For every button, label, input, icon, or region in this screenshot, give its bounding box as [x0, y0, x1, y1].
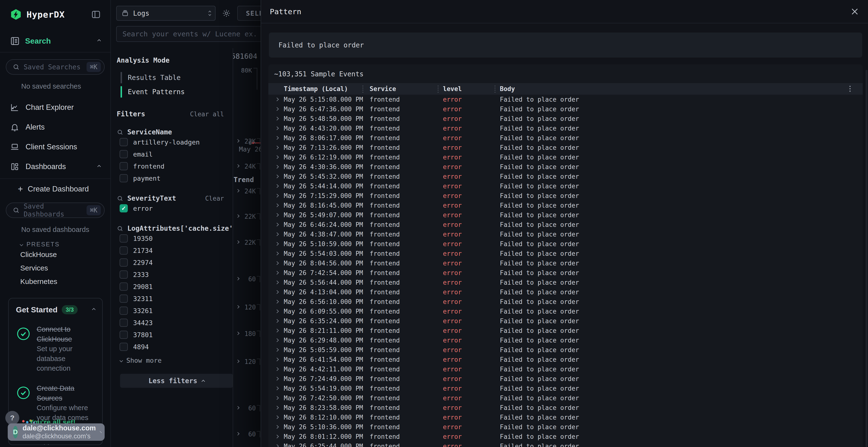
row-expand-chevron-icon[interactable] [268, 251, 284, 256]
table-row[interactable]: May 26 7:42:50.000 PMfrontenderrorFailed… [268, 393, 863, 403]
filter-option[interactable]: frontend [117, 160, 233, 172]
table-row[interactable]: May 26 4:30:36.000 PMfrontenderrorFailed… [268, 162, 863, 172]
table-row[interactable]: May 26 8:23:58.000 PMfrontenderrorFailed… [268, 403, 863, 413]
row-expand-chevron-icon[interactable] [268, 444, 284, 447]
checkbox[interactable] [120, 343, 128, 351]
close-icon[interactable] [850, 7, 859, 16]
source-settings-gear-icon[interactable] [222, 9, 231, 18]
sidebar-item-preset-kubernetes[interactable]: Kubernetes [0, 275, 111, 288]
row-expand-chevron-icon[interactable] [268, 300, 284, 304]
filter-option[interactable]: email [117, 148, 233, 160]
filter-option[interactable]: 37801 [117, 329, 233, 341]
clear-all-button[interactable]: Clear all [190, 110, 224, 118]
row-expand-chevron-icon[interactable] [268, 357, 284, 362]
table-row[interactable]: May 26 6:41:54.000 PMfrontenderrorFailed… [268, 355, 863, 365]
mode-event-patterns[interactable]: Event Patterns [117, 85, 233, 99]
mode-results-table[interactable]: Results Table [117, 71, 233, 85]
checkbox[interactable] [120, 174, 128, 182]
row-expand-chevron-icon[interactable] [268, 184, 284, 188]
row-expand-chevron-icon[interactable] [268, 290, 284, 294]
row-expand-chevron-icon[interactable] [268, 116, 284, 121]
col-header-level[interactable]: level [443, 85, 500, 93]
sidebar-item-dashboards[interactable]: Dashboards [0, 157, 111, 176]
column-resize-handle[interactable] [438, 85, 439, 93]
sidebar-item-client-sessions[interactable]: Client Sessions [0, 137, 111, 157]
sidebar-section-search[interactable]: Search [0, 36, 111, 46]
filter-option[interactable]: ✓error [117, 202, 233, 214]
trend-row[interactable]: 60 [233, 429, 261, 439]
checkbox-checked[interactable]: ✓ [120, 204, 128, 212]
saved-dashboards-input[interactable]: Saved Dashboards ⌘K [6, 203, 105, 218]
checkbox[interactable] [120, 138, 128, 146]
row-expand-chevron-icon[interactable] [268, 280, 284, 285]
row-expand-chevron-icon[interactable] [268, 203, 284, 208]
filter-option[interactable]: 34423 [117, 317, 233, 329]
checkbox[interactable] [120, 259, 128, 267]
row-expand-chevron-icon[interactable] [268, 155, 284, 160]
row-expand-chevron-icon[interactable] [268, 97, 284, 102]
chevron-up-icon[interactable] [97, 39, 101, 43]
trend-row[interactable]: 22K [233, 137, 261, 146]
sidebar-collapse-icon[interactable] [91, 10, 101, 19]
trend-row[interactable]: 120 [233, 303, 261, 312]
table-row[interactable]: May 26 8:06:17.000 PMfrontenderrorFailed… [268, 133, 863, 143]
trend-row[interactable]: 22K [233, 238, 261, 248]
trend-row[interactable]: 60 [233, 404, 261, 413]
table-row[interactable]: May 26 6:12:19.000 PMfrontenderrorFailed… [268, 152, 863, 162]
checkbox[interactable] [120, 150, 128, 158]
trend-row[interactable]: 24K [233, 187, 261, 196]
row-expand-chevron-icon[interactable] [268, 386, 284, 391]
col-header-body[interactable]: Body [500, 85, 863, 93]
row-expand-chevron-icon[interactable] [268, 425, 284, 429]
table-row[interactable]: May 26 6:46:24.000 PMfrontenderrorFailed… [268, 220, 863, 230]
trend-row[interactable]: 22K [233, 212, 261, 221]
filter-option[interactable]: 32311 [117, 293, 233, 305]
table-row[interactable]: May 26 6:35:24.000 PMfrontenderrorFailed… [268, 316, 863, 326]
table-row[interactable]: May 26 5:15:08.000 PMfrontenderrorFailed… [268, 95, 863, 104]
checkbox[interactable] [120, 295, 128, 303]
row-expand-chevron-icon[interactable] [268, 435, 284, 439]
table-row[interactable]: May 26 6:29:48.000 PMfrontenderrorFailed… [268, 336, 863, 345]
checkbox[interactable] [120, 319, 128, 327]
filter-option[interactable]: 4894 [117, 341, 233, 353]
checkbox[interactable] [120, 307, 128, 315]
checkbox[interactable] [120, 234, 128, 243]
table-row[interactable]: May 26 7:13:26.000 PMfrontenderrorFailed… [268, 143, 863, 152]
table-row[interactable]: May 26 8:01:12.000 PMfrontenderrorFailed… [268, 432, 863, 442]
table-row[interactable]: May 26 8:04:56.000 PMfrontenderrorFailed… [268, 259, 863, 268]
trend-row[interactable]: 60 [233, 275, 261, 284]
table-row[interactable]: May 26 4:43:20.000 PMfrontenderrorFailed… [268, 124, 863, 133]
row-expand-chevron-icon[interactable] [268, 194, 284, 198]
user-menu[interactable]: D dale@clickhouse.com dale@clickhouse.co… [8, 423, 105, 441]
row-expand-chevron-icon[interactable] [268, 213, 284, 217]
table-row[interactable]: May 26 5:45:32.000 PMfrontenderrorFailed… [268, 172, 863, 181]
chevron-up-icon[interactable] [92, 308, 95, 311]
select-columns-button[interactable]: SELECT [237, 6, 261, 21]
table-row[interactable]: May 26 8:12:10.000 PMfrontenderrorFailed… [268, 413, 863, 422]
table-row[interactable]: May 26 4:13:04.000 PMfrontenderrorFailed… [268, 287, 863, 297]
help-button[interactable]: ? [5, 411, 19, 425]
row-expand-chevron-icon[interactable] [268, 271, 284, 275]
sidebar-item-preset-services[interactable]: Services [0, 261, 111, 275]
filter-option[interactable]: 22974 [117, 256, 233, 269]
row-expand-chevron-icon[interactable] [268, 232, 284, 237]
row-expand-chevron-icon[interactable] [268, 126, 284, 131]
row-expand-chevron-icon[interactable] [268, 338, 284, 342]
saved-searches-input[interactable]: Saved Searches ⌘K [6, 59, 105, 75]
checkbox[interactable] [120, 331, 128, 339]
search-icon[interactable] [117, 225, 123, 232]
filter-option[interactable]: 2333 [117, 269, 233, 281]
sidebar-item-alerts[interactable]: Alerts [0, 117, 111, 137]
table-row[interactable]: May 26 5:48:50.000 PMfrontenderrorFailed… [268, 114, 863, 124]
table-row[interactable]: May 26 5:05:59.000 PMfrontenderrorFailed… [268, 345, 863, 355]
less-filters-button[interactable]: Less filters [120, 374, 233, 388]
filter-option[interactable]: 19350 [117, 232, 233, 244]
event-search-input[interactable] [116, 26, 261, 42]
trend-row[interactable]: 180 [233, 329, 261, 339]
row-expand-chevron-icon[interactable] [268, 396, 284, 400]
table-row[interactable]: May 26 5:10:36.000 PMfrontenderrorFailed… [268, 422, 863, 432]
row-expand-chevron-icon[interactable] [268, 136, 284, 140]
get-started-header[interactable]: Get Started 3/3 [16, 305, 95, 314]
filter-option[interactable]: 29081 [117, 281, 233, 293]
create-dashboard-button[interactable]: + Create Dashboard [0, 179, 111, 196]
